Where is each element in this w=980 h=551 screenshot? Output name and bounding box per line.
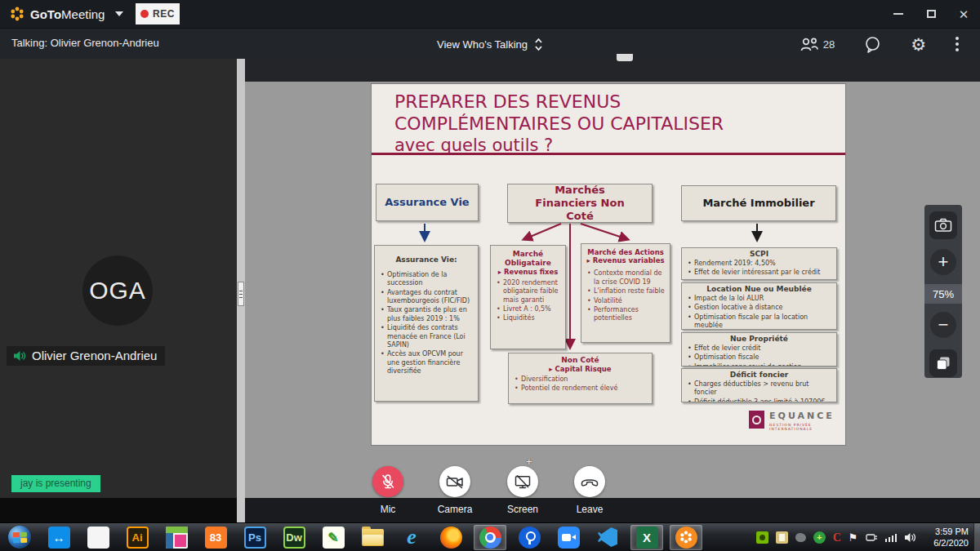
zoom-level: 75% bbox=[924, 284, 962, 304]
teamviewer-icon: ↔ bbox=[48, 527, 70, 549]
box-nue-propriete: Nue Propriété Effet de levier crédit Opt… bbox=[681, 332, 837, 367]
taskbar-pin-app[interactable] bbox=[513, 525, 546, 550]
taskbar-internet-explorer[interactable]: e bbox=[395, 525, 428, 550]
gear-icon: ⚙ bbox=[911, 36, 926, 53]
close-button[interactable]: ✕ bbox=[947, 0, 980, 28]
bullet-item: Optimisation de la succession bbox=[387, 271, 474, 288]
bullet-item: Liquidité des contrats menacée en France… bbox=[387, 324, 474, 349]
bullet-item: Livret A : 0,5% bbox=[503, 305, 561, 313]
action-center-flag-icon[interactable]: ⚑ bbox=[849, 531, 858, 544]
zoom-in-button[interactable]: + bbox=[930, 249, 956, 275]
header-assurance-vie: Assurance Vie bbox=[376, 184, 479, 221]
zoom-out-button[interactable]: − bbox=[930, 312, 956, 338]
more-options-button[interactable] bbox=[941, 29, 973, 60]
header-marche-immobilier: Marché Immobilier bbox=[681, 185, 836, 221]
excel-icon: X bbox=[636, 527, 658, 549]
recording-indicator[interactable]: REC bbox=[136, 3, 180, 24]
notepad-icon: ✎ bbox=[323, 527, 345, 549]
ccleaner-tray-icon[interactable]: C bbox=[833, 531, 841, 544]
app-title: GoToMeeting bbox=[30, 7, 105, 21]
screen-button[interactable] bbox=[507, 466, 538, 497]
bullet-item: Contexte mondial de la crise COVID 19 bbox=[594, 269, 666, 287]
taskbar-notepad[interactable]: ✎ bbox=[317, 525, 350, 550]
screen-share-off-icon bbox=[514, 475, 531, 489]
participants-button[interactable]: 28 bbox=[785, 29, 849, 60]
bullet-item: Taux garantis de plus en plus faibles 20… bbox=[387, 306, 474, 323]
volume-tray-icon[interactable] bbox=[904, 531, 916, 544]
taskbar-illustrator[interactable]: Ai bbox=[121, 525, 154, 550]
taskbar-tiles-app[interactable] bbox=[160, 525, 193, 550]
view-layout-button[interactable] bbox=[929, 349, 957, 377]
taskbar-xampp[interactable]: 83 bbox=[199, 525, 232, 550]
taskbar-chrome[interactable] bbox=[474, 525, 506, 550]
title-underline bbox=[372, 153, 845, 155]
taskbar-excel[interactable]: X bbox=[630, 525, 663, 550]
taskbar-teamviewer[interactable]: ↔ bbox=[42, 525, 75, 550]
clipboard-tray-icon[interactable] bbox=[776, 531, 788, 544]
grid-launcher-icon bbox=[87, 527, 109, 549]
leave-control: Leave bbox=[558, 466, 621, 515]
header-marches-financiers: Marchés Financiers Non Coté bbox=[507, 184, 653, 223]
bullet-item: Immobilier sans souci de gestion bbox=[694, 363, 832, 367]
equance-logo: EQUANCE GESTION PRIVÉE INTERNATIONALE bbox=[749, 411, 845, 431]
snapshot-button[interactable] bbox=[929, 211, 957, 239]
taskbar-gotomeeting[interactable] bbox=[670, 525, 702, 550]
webcam-panel: OGA Olivier Grenon-Andrieu jay is presen… bbox=[0, 59, 237, 498]
maximize-button[interactable] bbox=[915, 0, 947, 28]
taskbar-zoom[interactable] bbox=[552, 525, 585, 550]
settings-button[interactable]: ⚙ bbox=[896, 29, 941, 60]
taskbar-clock[interactable]: 3:59 PM 6/2/2020 bbox=[933, 526, 969, 549]
windows-taskbar: ↔ Ai 83 Ps Dw ✎ e bbox=[0, 522, 980, 551]
camera-control: Camera bbox=[423, 466, 487, 515]
taskbar-dreamweaver[interactable]: Dw bbox=[278, 525, 310, 550]
chat-button[interactable] bbox=[849, 29, 896, 60]
taskbar-launcher[interactable] bbox=[82, 525, 114, 550]
viewer-top-strip bbox=[245, 59, 980, 82]
camera-button[interactable] bbox=[439, 466, 470, 497]
minimize-button[interactable] bbox=[882, 0, 915, 28]
mic-control: Mic bbox=[356, 466, 420, 515]
panel-divider[interactable] bbox=[237, 59, 245, 522]
bullet-item: Charges déductibles > revenu brut foncie… bbox=[694, 380, 832, 398]
mic-button[interactable] bbox=[372, 466, 403, 497]
start-button[interactable] bbox=[3, 525, 36, 550]
hidden-tray-icon[interactable] bbox=[795, 533, 806, 542]
bullet-item: Optimisation fiscale bbox=[694, 353, 832, 362]
pin-app-icon bbox=[519, 527, 541, 549]
nvidia-tray-icon[interactable] bbox=[756, 531, 768, 544]
bullet-item: Potentiel de rendement élevé bbox=[521, 384, 648, 393]
taskbar-file-explorer[interactable] bbox=[356, 525, 389, 550]
bullet-item: Rendement 2019: 4,50% bbox=[694, 260, 832, 268]
taskbar-photoshop[interactable]: Ps bbox=[238, 525, 271, 550]
photoshop-icon: Ps bbox=[244, 527, 266, 549]
show-desktop-button[interactable] bbox=[973, 523, 980, 551]
box-non-cote: Non Coté ▸ Capital Risque Diversificatio… bbox=[508, 353, 653, 404]
divider-grip[interactable] bbox=[238, 282, 244, 306]
presenting-badge: jay is presenting bbox=[11, 475, 100, 492]
camera-off-icon bbox=[446, 475, 464, 489]
antivirus-tray-icon[interactable]: + bbox=[813, 531, 826, 544]
taskbar-firefox[interactable] bbox=[434, 525, 467, 550]
vscode-icon bbox=[598, 527, 617, 547]
equance-mark-icon bbox=[749, 411, 764, 429]
folder-icon bbox=[362, 529, 384, 546]
mic-muted-icon bbox=[380, 473, 396, 490]
bullet-item: Accès aux OPCVM pour une gestion financi… bbox=[387, 350, 474, 375]
view-selector[interactable]: View Who's Talking bbox=[432, 35, 548, 54]
taskbar-vscode[interactable] bbox=[591, 525, 624, 550]
leave-button[interactable] bbox=[574, 466, 605, 497]
power-tray-icon[interactable] bbox=[866, 531, 878, 544]
dock-grabber-handle[interactable] bbox=[617, 54, 633, 61]
title-bar: GoToMeeting REC ✕ bbox=[0, 0, 980, 28]
internet-explorer-icon: e bbox=[407, 525, 416, 549]
box-marche-obligataire: Marché Obligataire ▸ Revenus fixes 2020 … bbox=[490, 245, 566, 349]
windows-orb-icon bbox=[8, 526, 32, 549]
talking-status: Talking: Olivier Grenon-Andrieu bbox=[11, 37, 159, 49]
record-dot-icon bbox=[140, 10, 149, 18]
bullet-item: Performances potentielles bbox=[594, 306, 666, 323]
shared-presentation-slide: PREPARER DES REVENUS COMPLÉMENTAIRES OU … bbox=[372, 84, 845, 445]
app-menu[interactable]: GoToMeeting bbox=[10, 7, 123, 21]
network-signal-icon[interactable] bbox=[885, 534, 898, 542]
presenter-cursor-icon: + bbox=[526, 455, 532, 468]
hangup-phone-icon bbox=[580, 476, 599, 487]
